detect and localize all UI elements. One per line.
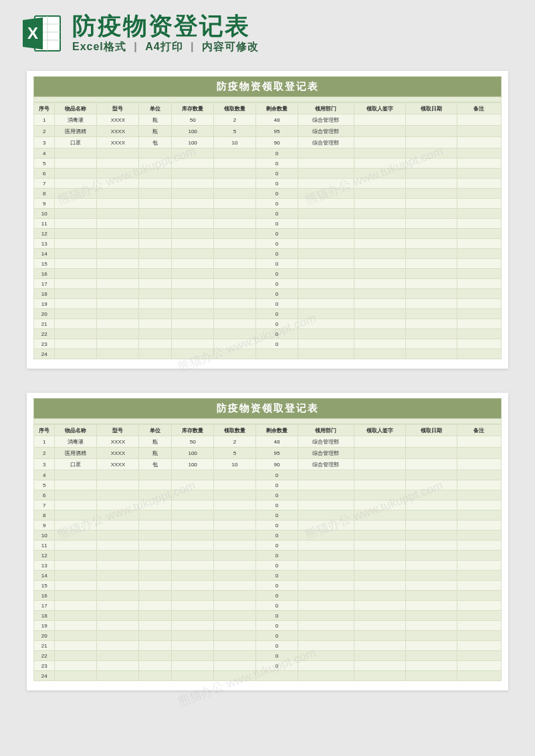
cell-name — [55, 279, 97, 289]
cell-sign — [354, 179, 405, 189]
cell-date — [405, 126, 457, 137]
cell-remain: 90 — [256, 459, 298, 470]
cell-model — [97, 631, 139, 641]
table-row: 180 — [34, 289, 502, 299]
cell-take — [214, 661, 256, 671]
cell-remark — [457, 149, 501, 159]
cell-dept — [298, 661, 354, 671]
cell-remain: 0 — [256, 571, 298, 581]
table-row: 60 — [34, 490, 502, 500]
cell-model — [97, 621, 139, 631]
column-header: 领用部门 — [298, 103, 354, 114]
table-row: 190 — [34, 621, 502, 631]
cell-model — [97, 490, 139, 500]
table-row: 180 — [34, 611, 502, 621]
cell-remark — [457, 339, 501, 349]
cell-dept — [298, 219, 354, 229]
cell-remain: 90 — [256, 137, 298, 149]
cell-sign — [354, 137, 405, 149]
cell-name: 消毒液 — [55, 114, 97, 126]
sub-print: A4打印 — [145, 41, 183, 52]
cell-name — [55, 621, 97, 631]
cell-seq: 2 — [34, 448, 55, 459]
table-row: 230 — [34, 339, 502, 349]
cell-stock — [172, 199, 214, 209]
cell-dept — [298, 319, 354, 329]
cell-sign — [354, 601, 405, 611]
cell-stock — [172, 591, 214, 601]
cell-date — [405, 219, 457, 229]
cell-seq: 10 — [34, 209, 55, 219]
cell-name — [55, 500, 97, 510]
cell-sign — [354, 651, 405, 661]
column-header: 领取日期 — [405, 425, 457, 436]
cell-name — [55, 299, 97, 309]
cell-date — [405, 571, 457, 581]
cell-date — [405, 581, 457, 591]
cell-date — [405, 601, 457, 611]
cell-dept — [298, 551, 354, 561]
cell-model — [97, 571, 139, 581]
table-row: 100 — [34, 531, 502, 541]
cell-remain: 0 — [256, 229, 298, 239]
separator: | — [134, 41, 137, 52]
cell-remain: 0 — [256, 239, 298, 249]
column-header: 备注 — [457, 425, 501, 436]
cell-sign — [354, 631, 405, 641]
cell-unit — [139, 329, 172, 339]
cell-take — [214, 480, 256, 490]
cell-unit — [139, 319, 172, 329]
cell-date — [405, 179, 457, 189]
cell-stock — [172, 551, 214, 561]
cell-take — [214, 189, 256, 199]
cell-dept — [298, 531, 354, 541]
cell-remain: 0 — [256, 641, 298, 651]
cell-date — [405, 651, 457, 661]
cell-remain: 0 — [256, 551, 298, 561]
cell-seq: 24 — [34, 349, 55, 359]
cell-unit: 包 — [139, 137, 172, 149]
cell-seq: 12 — [34, 551, 55, 561]
cell-remark — [457, 189, 501, 199]
cell-remain: 0 — [256, 329, 298, 339]
cell-remark — [457, 591, 501, 601]
cell-seq: 18 — [34, 611, 55, 621]
cell-unit: 包 — [139, 459, 172, 470]
cell-sign — [354, 510, 405, 521]
cell-unit — [139, 601, 172, 611]
cell-take — [214, 229, 256, 239]
table-row: 130 — [34, 239, 502, 249]
cell-model — [97, 309, 139, 319]
cell-model — [97, 480, 139, 490]
cell-take — [214, 671, 256, 681]
cell-remark — [457, 159, 501, 169]
cell-unit — [139, 611, 172, 621]
cell-remain: 0 — [256, 470, 298, 480]
cell-remark — [457, 571, 501, 581]
cell-date — [405, 510, 457, 521]
cell-remark — [457, 531, 501, 541]
cell-remain: 0 — [256, 319, 298, 329]
cell-remark — [457, 299, 501, 309]
cell-dept — [298, 601, 354, 611]
cell-seq: 16 — [34, 269, 55, 279]
cell-date — [405, 239, 457, 249]
cell-take — [214, 641, 256, 651]
cell-stock — [172, 329, 214, 339]
cell-stock — [172, 289, 214, 299]
cell-take — [214, 490, 256, 500]
cell-remain: 0 — [256, 631, 298, 641]
page-header: X 防疫物资登记表 Excel格式 | A4打印 | 内容可修改 — [0, 0, 535, 62]
cell-seq: 23 — [34, 339, 55, 349]
table-row: 150 — [34, 581, 502, 591]
cell-date — [405, 249, 457, 259]
cell-dept — [298, 279, 354, 289]
cell-sign — [354, 279, 405, 289]
cell-dept — [298, 339, 354, 349]
cell-remark — [457, 661, 501, 671]
cell-unit — [139, 561, 172, 571]
cell-take — [214, 179, 256, 189]
cell-name — [55, 521, 97, 531]
cell-model — [97, 319, 139, 329]
cell-stock: 100 — [172, 459, 214, 470]
